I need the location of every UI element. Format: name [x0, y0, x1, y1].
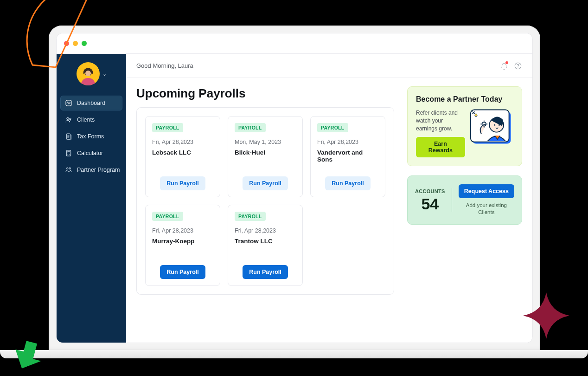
topbar: Good Morning, Laura — [126, 54, 532, 78]
svg-point-1 — [85, 71, 91, 76]
run-payroll-button[interactable]: Run Payroll — [160, 265, 205, 279]
payroll-card: PAYROLL Fri, Apr 28,2023 Vandervort and … — [310, 116, 385, 197]
sidebar-item-label: Dashboard — [77, 100, 105, 106]
laptop-base — [0, 350, 588, 358]
payroll-date: Mon, May 1, 2023 — [235, 139, 296, 145]
payroll-cards-panel: PAYROLL Fri, Apr 28,2023 Lebsack LLC Run… — [136, 107, 394, 295]
main-area: Good Morning, Laura Upcoming Payrolls — [126, 54, 532, 343]
payroll-date: Fri, Apr 28,2023 — [235, 227, 296, 234]
payroll-badge: PAYROLL — [235, 123, 266, 132]
accounts-count: 54 — [415, 196, 445, 212]
payroll-badge: PAYROLL — [235, 212, 266, 221]
partner-promo-card: Become a Partner Today Refer clients and… — [407, 86, 522, 166]
sidebar-item-label: Partner Program — [77, 167, 120, 173]
sidebar-item-tax-forms[interactable]: Tax Forms — [60, 129, 122, 144]
payroll-card: PAYROLL Fri, Apr 28,2023 Lebsack LLC Run… — [145, 116, 220, 197]
window-titlebar — [57, 33, 532, 54]
sidebar-item-label: Calculator — [77, 150, 103, 156]
svg-point-15 — [499, 124, 500, 126]
payroll-badge: PAYROLL — [317, 123, 348, 132]
window-maximize-dot[interactable] — [82, 41, 87, 46]
partner-icon — [65, 166, 72, 174]
svg-point-4 — [70, 118, 71, 119]
accounts-subtext: Add your existing Clients — [459, 202, 514, 216]
notification-dot — [505, 61, 508, 64]
accounts-card: ACCOUNTS 54 Request Access Add your exis… — [407, 175, 522, 225]
sidebar-item-label: Clients — [77, 117, 95, 123]
sidebar-item-label: Tax Forms — [77, 133, 104, 140]
payroll-date: Fri, Apr 28,2023 — [152, 139, 213, 145]
svg-point-10 — [518, 67, 518, 68]
payroll-client-name: Trantow LLC — [235, 238, 296, 245]
payroll-date: Fri, Apr 28,2023 — [152, 227, 213, 234]
payroll-client-name: Lebsack LLC — [152, 149, 213, 156]
sidebar-item-calculator[interactable]: Calculator — [60, 146, 122, 161]
sidebar-item-partner-program[interactable]: Partner Program — [60, 162, 122, 177]
svg-point-7 — [67, 168, 68, 169]
svg-point-3 — [67, 117, 69, 119]
forms-icon — [65, 133, 72, 140]
users-icon — [65, 116, 72, 123]
user-menu[interactable]: ⌄ — [60, 62, 122, 85]
request-access-button[interactable]: Request Access — [459, 184, 514, 198]
payroll-card: PAYROLL Fri, Apr 28,2023 Trantow LLC Run… — [228, 205, 303, 286]
payroll-badge: PAYROLL — [152, 212, 183, 221]
promo-text: Refer clients and watch your earnings gr… — [416, 109, 465, 132]
sidebar-nav: Dashboard Clients Tax Forms — [60, 96, 122, 177]
sidebar: ⌄ Dashboard Clients — [57, 54, 126, 343]
sidebar-item-dashboard[interactable]: Dashboard — [60, 96, 122, 110]
window-minimize-dot[interactable] — [73, 41, 78, 46]
svg-point-8 — [69, 168, 70, 169]
payroll-client-name: Murray-Koepp — [152, 238, 213, 245]
window-close-dot[interactable] — [64, 41, 69, 46]
help-button[interactable] — [514, 62, 522, 70]
sidebar-item-clients[interactable]: Clients — [60, 112, 122, 127]
activity-icon — [65, 99, 72, 107]
svg-point-14 — [494, 124, 495, 126]
chevron-down-icon: ⌄ — [102, 71, 107, 77]
earn-rewards-button[interactable]: Earn Rewards — [416, 137, 465, 157]
payroll-card: PAYROLL Mon, May 1, 2023 Blick-Huel Run … — [228, 116, 303, 197]
calculator-icon — [65, 149, 72, 157]
notifications-button[interactable] — [500, 62, 508, 70]
avatar — [77, 62, 100, 85]
promo-title: Become a Partner Today — [416, 95, 513, 104]
divider — [452, 188, 452, 212]
run-payroll-button[interactable]: Run Payroll — [160, 176, 205, 190]
laptop-frame: ⌄ Dashboard Clients — [49, 26, 540, 350]
payroll-card: PAYROLL Fri, Apr 28,2023 Murray-Koepp Ru… — [145, 205, 220, 286]
greeting-text: Good Morning, Laura — [136, 62, 193, 69]
svg-rect-6 — [66, 150, 70, 156]
payroll-client-name: Blick-Huel — [235, 149, 296, 156]
payroll-badge: PAYROLL — [152, 123, 183, 132]
page-title: Upcoming Payrolls — [136, 86, 394, 101]
run-payroll-button[interactable]: Run Payroll — [243, 176, 288, 190]
run-payroll-button[interactable]: Run Payroll — [325, 176, 370, 190]
promo-illustration — [470, 109, 513, 146]
accounts-label: ACCOUNTS — [415, 188, 445, 194]
payroll-date: Fri, Apr 28,2023 — [317, 139, 378, 145]
payroll-client-name: Vandervort and Sons — [317, 149, 378, 163]
run-payroll-button[interactable]: Run Payroll — [243, 265, 288, 279]
app-window: ⌄ Dashboard Clients — [56, 33, 533, 343]
